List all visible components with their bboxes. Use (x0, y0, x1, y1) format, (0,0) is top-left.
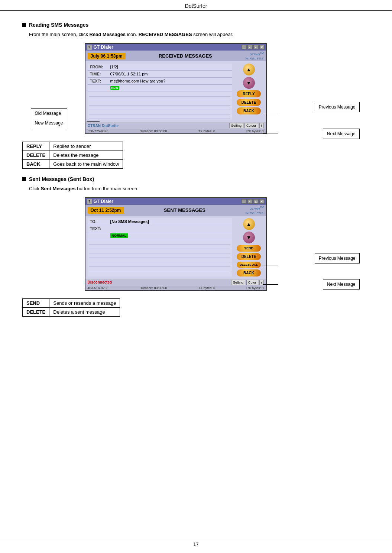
section2-table: SENDSends or resends a messageDELETEDele… (22, 298, 120, 317)
device2-topbar: Oct 11 2:52pm SENT MESSAGES GTRANTM WIRE… (85, 205, 266, 216)
delete-btn[interactable]: DELETE (237, 99, 261, 106)
section2-heading: Sent Messages (Sent Box) (22, 176, 370, 182)
device2-footer: Disconnected Setting Color i (85, 279, 266, 286)
close-btn[interactable]: ✕ (259, 45, 265, 49)
footer-brand: GTRAN DotSurfer (88, 124, 119, 128)
minimize-btn[interactable]: _ (242, 45, 247, 49)
titlebar2-title: GT Dialer (94, 199, 113, 204)
table-row: DELETEDeletes a sent message (23, 307, 120, 316)
prev-message-callout2: Previous Message (315, 253, 360, 263)
footer-status: Disconnected (88, 280, 112, 284)
help-icon2: ? (87, 199, 92, 204)
restore-btn2[interactable]: ▲ (253, 199, 259, 204)
next-message-arrow-btn[interactable]: ▼ (243, 77, 255, 89)
setting-btn[interactable]: Setting (229, 123, 243, 128)
close-btn2[interactable]: ✕ (259, 199, 265, 204)
arrow-to-next2 (263, 284, 278, 285)
datetime2-badge: Oct 11 2:52pm (88, 207, 124, 214)
phone-number: 858-775-9890 (88, 129, 108, 133)
device-body: FROM: [1/2] TIME: 07/06/01 1:52:11 pm TE… (85, 61, 266, 122)
new-badge: NEW (110, 86, 120, 90)
screen2-title: SENT MESSAGES (127, 207, 243, 213)
new-badge-row: NEW (88, 85, 232, 91)
duration: Duration: 00:00:00 (140, 129, 167, 133)
arrow-to-prev (263, 114, 278, 114)
bullet-icon2 (22, 177, 26, 181)
section1-heading: Reading SMS Messages (22, 22, 370, 28)
datetime-badge: July 06 1:53pm (88, 53, 126, 59)
prev-message-arrow-btn[interactable]: ▲ (243, 64, 255, 75)
table-row: BACKGoes back to the main window (23, 160, 123, 169)
old-new-callout: Old Message New Message (31, 108, 67, 128)
maximize-btn2[interactable]: ▪ (247, 199, 253, 204)
info-btn[interactable]: i (259, 123, 264, 128)
back-btn2[interactable]: BACK (237, 269, 261, 276)
phone-number2: 403-516-0200 (88, 286, 108, 290)
device-main: FROM: [1/2] TIME: 07/06/01 1:52:11 pm TE… (88, 64, 232, 120)
device-footer: GTRAN DotSurfer Setting Colour i (85, 122, 266, 129)
section2-desc: Click Sent Messages button from the main… (29, 186, 370, 191)
prev-message-callout: Previous Message (315, 102, 360, 112)
maximize-btn[interactable]: ▪ (247, 45, 253, 49)
page-header: DotSurfer (0, 0, 392, 11)
device-sidebar: ▲ ▼ REPLY DELETE BACK (234, 64, 264, 120)
restore-btn[interactable]: ▲ (253, 45, 259, 49)
device2-body: TO: [No SMS Messages] TEXT: NORMAL (85, 216, 266, 279)
rx-bytes2: RX bytes: 0 (246, 286, 264, 290)
tx-bytes2: TX bytes: 0 (198, 286, 216, 290)
device-titlebar: ? GT Dialer _ ▪ ▲ ✕ (85, 44, 266, 51)
reply-btn[interactable]: REPLY (237, 90, 261, 97)
color-btn[interactable]: Color (246, 280, 258, 285)
next-message-arrow-btn2[interactable]: ▼ (243, 232, 255, 243)
section2-screenshot-area: ? GT Dialer _ ▪ ▲ ✕ Oct 11 2:52pm SENT M… (29, 197, 363, 291)
gtran-logo: GTRANTM WIRELESS (245, 52, 263, 60)
normal-badge-row: NORMAL (88, 232, 232, 239)
table-row: DELETEDeletes the message (23, 151, 123, 160)
section1-desc: From the main screen, click Read Message… (29, 32, 370, 37)
device2-statusbar: 403-516-0200 Duration: 00:00:00 TX bytes… (85, 286, 266, 290)
device2-sidebar: ▲ ▼ SEND DELETE DELETE ALL BACK (234, 218, 264, 276)
arrow-to-old-new (87, 121, 100, 122)
device-statusbar: 858-775-9890 Duration: 00:00:00 TX bytes… (85, 129, 266, 133)
back-btn[interactable]: BACK (237, 107, 261, 114)
section2-title: Sent Messages (Sent Box) (29, 176, 94, 182)
header-title: DotSurfer (185, 3, 207, 9)
help-icon: ? (87, 45, 92, 50)
minimize-btn2[interactable]: _ (242, 199, 247, 204)
device-topbar: July 06 1:53pm RECEIVED MESSAGES GTRANTM… (85, 51, 266, 61)
arrow-to-prev2 (263, 265, 278, 265)
text-row: TEXT: me@home.com How are you? (88, 78, 232, 85)
prev-message-text: Previous Message (319, 104, 356, 110)
delete-all-btn[interactable]: DELETE ALL (237, 262, 261, 268)
time-row: TIME: 07/06/01 1:52:11 pm (88, 71, 232, 78)
next-message-text: Next Message (327, 131, 356, 136)
section2-device-screen: ? GT Dialer _ ▪ ▲ ✕ Oct 11 2:52pm SENT M… (85, 197, 267, 291)
section1-table: REPLYReplies to senderDELETEDeletes the … (22, 142, 123, 169)
delete-btn2[interactable]: DELETE (237, 253, 261, 260)
prev-message-text2: Previous Message (319, 256, 356, 261)
prev-message-arrow-btn2[interactable]: ▲ (243, 218, 255, 230)
table-row: REPLYReplies to sender (23, 142, 123, 151)
section1-screenshot-area: Old Message New Message ? GT Dialer _ ▪ … (29, 43, 363, 134)
colour-btn[interactable]: Colour (244, 123, 258, 128)
screen-title: RECEIVED MESSAGES (129, 53, 243, 59)
section1-device-screen: ? GT Dialer _ ▪ ▲ ✕ July 06 1:53pm RECEI… (85, 43, 267, 134)
page-footer: 17 (0, 539, 392, 549)
gtran-logo2: GTRANTM WIRELESS (245, 206, 263, 214)
next-message-callout: Next Message (323, 129, 360, 139)
duration2: Duration: 00:00:00 (140, 286, 167, 290)
new-message-label: New Message (35, 120, 63, 126)
to-row: TO: [No SMS Messages] (88, 218, 232, 225)
bullet-icon (22, 23, 26, 27)
from-row: FROM: [1/2] (88, 64, 232, 71)
next-message-callout2: Next Message (323, 279, 360, 290)
rx-bytes: RX bytes: 0 (246, 129, 264, 133)
normal-badge: NORMAL (110, 233, 128, 238)
setting-btn2[interactable]: Setting (231, 280, 245, 285)
tx-bytes: TX bytes: 0 (198, 129, 216, 133)
section1-title: Reading SMS Messages (29, 22, 88, 28)
table-row: SENDSends or resends a message (23, 298, 120, 307)
device2-titlebar: ? GT Dialer _ ▪ ▲ ✕ (85, 198, 266, 205)
send-btn[interactable]: SEND (237, 245, 261, 252)
next-message-text2: Next Message (327, 282, 356, 287)
